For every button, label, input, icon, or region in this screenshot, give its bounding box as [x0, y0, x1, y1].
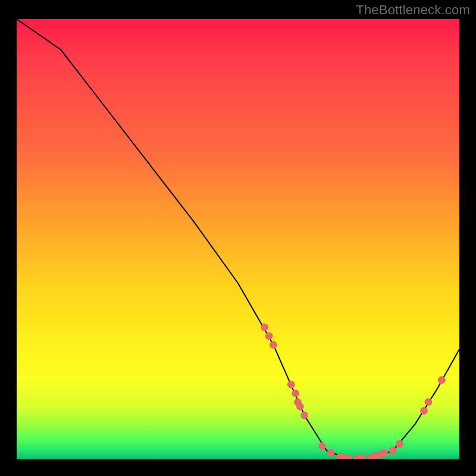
data-marker: [438, 377, 445, 384]
attribution-text: TheBottleneck.com: [356, 2, 470, 18]
data-marker: [292, 390, 299, 397]
marker-layer: [261, 324, 446, 459]
data-marker: [327, 449, 334, 456]
plot-area: [17, 19, 459, 459]
data-marker: [318, 443, 325, 450]
data-marker: [358, 455, 365, 459]
data-marker: [421, 408, 428, 415]
data-marker: [381, 450, 388, 457]
data-marker: [389, 447, 396, 454]
data-marker: [345, 455, 352, 460]
bottleneck-curve-path: [17, 19, 459, 459]
curve-svg: [17, 19, 459, 459]
data-marker: [301, 412, 308, 419]
data-marker: [287, 381, 295, 388]
chart-container: TheBottleneck.com: [0, 0, 476, 476]
data-marker: [265, 333, 273, 340]
data-marker: [396, 440, 403, 447]
data-marker: [296, 403, 303, 410]
data-marker: [261, 324, 268, 331]
data-marker: [425, 399, 432, 406]
data-marker: [270, 342, 277, 349]
